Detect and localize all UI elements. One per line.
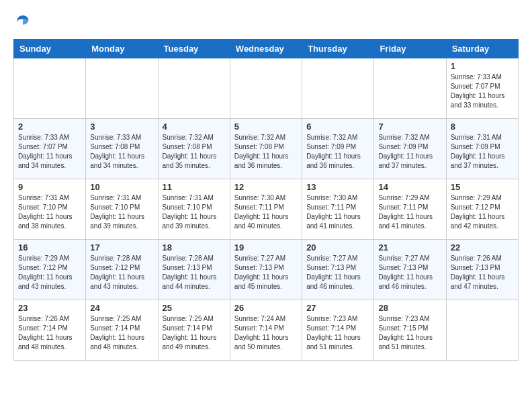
logo-icon xyxy=(15,13,31,30)
day-number: 23 xyxy=(18,303,81,313)
day-number: 2 xyxy=(18,122,81,132)
day-info: Sunrise: 7:33 AMSunset: 7:07 PMDaylight:… xyxy=(18,133,81,171)
calendar-cell: 7Sunrise: 7:32 AMSunset: 7:09 PMDaylight… xyxy=(374,119,446,179)
calendar-cell xyxy=(86,58,158,119)
calendar-week-row: 2Sunrise: 7:33 AMSunset: 7:07 PMDaylight… xyxy=(14,119,519,179)
weekday-header-saturday: Saturday xyxy=(446,40,518,58)
day-number: 7 xyxy=(378,122,441,132)
weekday-header-row: SundayMondayTuesdayWednesdayThursdayFrid… xyxy=(14,40,519,58)
day-number: 18 xyxy=(163,242,226,253)
calendar-cell: 2Sunrise: 7:33 AMSunset: 7:07 PMDaylight… xyxy=(14,119,86,179)
day-info: Sunrise: 7:31 AMSunset: 7:10 PMDaylight:… xyxy=(90,193,153,231)
calendar-cell: 6Sunrise: 7:32 AMSunset: 7:09 PMDaylight… xyxy=(302,119,374,179)
day-info: Sunrise: 7:33 AMSunset: 7:08 PMDaylight:… xyxy=(90,133,153,171)
day-info: Sunrise: 7:26 AMSunset: 7:13 PMDaylight:… xyxy=(451,254,514,291)
calendar-cell: 16Sunrise: 7:29 AMSunset: 7:12 PMDayligh… xyxy=(14,240,86,300)
day-number: 5 xyxy=(234,122,298,132)
calendar-cell: 3Sunrise: 7:33 AMSunset: 7:08 PMDaylight… xyxy=(86,119,158,179)
day-number: 6 xyxy=(306,122,369,132)
calendar-cell: 17Sunrise: 7:28 AMSunset: 7:12 PMDayligh… xyxy=(86,240,158,300)
logo xyxy=(13,13,31,32)
calendar-cell: 1Sunrise: 7:33 AMSunset: 7:07 PMDaylight… xyxy=(446,58,518,119)
calendar-cell: 22Sunrise: 7:26 AMSunset: 7:13 PMDayligh… xyxy=(446,240,518,300)
calendar-cell: 21Sunrise: 7:27 AMSunset: 7:13 PMDayligh… xyxy=(374,240,446,300)
day-info: Sunrise: 7:27 AMSunset: 7:13 PMDaylight:… xyxy=(378,254,441,291)
day-info: Sunrise: 7:28 AMSunset: 7:13 PMDaylight:… xyxy=(163,254,226,291)
day-number: 19 xyxy=(234,242,298,253)
calendar-cell: 25Sunrise: 7:25 AMSunset: 7:14 PMDayligh… xyxy=(158,300,230,361)
day-number: 22 xyxy=(451,242,514,253)
weekday-header-thursday: Thursday xyxy=(302,40,374,58)
calendar-table: SundayMondayTuesdayWednesdayThursdayFrid… xyxy=(13,39,519,361)
day-info: Sunrise: 7:27 AMSunset: 7:13 PMDaylight:… xyxy=(306,254,369,291)
weekday-header-friday: Friday xyxy=(374,40,446,58)
calendar-cell: 14Sunrise: 7:29 AMSunset: 7:11 PMDayligh… xyxy=(374,179,446,240)
day-number: 9 xyxy=(18,182,81,192)
day-number: 4 xyxy=(163,122,226,132)
day-info: Sunrise: 7:32 AMSunset: 7:09 PMDaylight:… xyxy=(378,133,441,171)
day-number: 13 xyxy=(306,182,369,192)
weekday-header-tuesday: Tuesday xyxy=(158,40,230,58)
calendar-cell: 18Sunrise: 7:28 AMSunset: 7:13 PMDayligh… xyxy=(158,240,230,300)
day-info: Sunrise: 7:32 AMSunset: 7:08 PMDaylight:… xyxy=(234,133,298,171)
calendar-cell: 11Sunrise: 7:31 AMSunset: 7:10 PMDayligh… xyxy=(158,179,230,240)
calendar-cell: 5Sunrise: 7:32 AMSunset: 7:08 PMDaylight… xyxy=(230,119,302,179)
calendar-cell: 24Sunrise: 7:25 AMSunset: 7:14 PMDayligh… xyxy=(86,300,158,361)
calendar-cell xyxy=(14,58,86,119)
calendar-cell: 13Sunrise: 7:30 AMSunset: 7:11 PMDayligh… xyxy=(302,179,374,240)
weekday-header-sunday: Sunday xyxy=(14,40,86,58)
calendar-cell: 10Sunrise: 7:31 AMSunset: 7:10 PMDayligh… xyxy=(86,179,158,240)
day-info: Sunrise: 7:32 AMSunset: 7:09 PMDaylight:… xyxy=(306,133,369,171)
calendar-week-row: 1Sunrise: 7:33 AMSunset: 7:07 PMDaylight… xyxy=(14,58,519,119)
calendar-week-row: 16Sunrise: 7:29 AMSunset: 7:12 PMDayligh… xyxy=(14,240,519,300)
day-info: Sunrise: 7:33 AMSunset: 7:07 PMDaylight:… xyxy=(451,73,514,110)
day-number: 27 xyxy=(306,303,369,313)
calendar-cell: 4Sunrise: 7:32 AMSunset: 7:08 PMDaylight… xyxy=(158,119,230,179)
weekday-header-wednesday: Wednesday xyxy=(230,40,302,58)
calendar-cell: 28Sunrise: 7:23 AMSunset: 7:15 PMDayligh… xyxy=(374,300,446,361)
day-number: 28 xyxy=(378,303,441,313)
calendar-cell: 23Sunrise: 7:26 AMSunset: 7:14 PMDayligh… xyxy=(14,300,86,361)
day-number: 3 xyxy=(90,122,153,132)
day-info: Sunrise: 7:30 AMSunset: 7:11 PMDaylight:… xyxy=(234,193,298,231)
calendar-cell: 9Sunrise: 7:31 AMSunset: 7:10 PMDaylight… xyxy=(14,179,86,240)
day-number: 26 xyxy=(234,303,298,313)
calendar-cell: 8Sunrise: 7:31 AMSunset: 7:09 PMDaylight… xyxy=(446,119,518,179)
day-info: Sunrise: 7:28 AMSunset: 7:12 PMDaylight:… xyxy=(90,254,153,291)
day-number: 1 xyxy=(451,61,514,71)
day-info: Sunrise: 7:31 AMSunset: 7:09 PMDaylight:… xyxy=(451,133,514,171)
weekday-header-monday: Monday xyxy=(86,40,158,58)
day-info: Sunrise: 7:23 AMSunset: 7:15 PMDaylight:… xyxy=(378,314,441,352)
day-number: 25 xyxy=(163,303,226,313)
day-info: Sunrise: 7:27 AMSunset: 7:13 PMDaylight:… xyxy=(234,254,298,291)
day-info: Sunrise: 7:29 AMSunset: 7:11 PMDaylight:… xyxy=(378,193,441,231)
day-number: 24 xyxy=(90,303,153,313)
day-number: 15 xyxy=(451,182,514,192)
day-info: Sunrise: 7:32 AMSunset: 7:08 PMDaylight:… xyxy=(163,133,226,171)
day-info: Sunrise: 7:25 AMSunset: 7:14 PMDaylight:… xyxy=(90,314,153,352)
calendar-week-row: 9Sunrise: 7:31 AMSunset: 7:10 PMDaylight… xyxy=(14,179,519,240)
day-number: 14 xyxy=(378,182,441,192)
calendar-cell: 27Sunrise: 7:23 AMSunset: 7:14 PMDayligh… xyxy=(302,300,374,361)
day-info: Sunrise: 7:26 AMSunset: 7:14 PMDaylight:… xyxy=(18,314,81,352)
day-number: 21 xyxy=(378,242,441,253)
calendar-cell: 20Sunrise: 7:27 AMSunset: 7:13 PMDayligh… xyxy=(302,240,374,300)
day-info: Sunrise: 7:25 AMSunset: 7:14 PMDaylight:… xyxy=(163,314,226,352)
calendar-cell: 26Sunrise: 7:24 AMSunset: 7:14 PMDayligh… xyxy=(230,300,302,361)
day-info: Sunrise: 7:24 AMSunset: 7:14 PMDaylight:… xyxy=(234,314,298,352)
calendar-cell: 15Sunrise: 7:29 AMSunset: 7:12 PMDayligh… xyxy=(446,179,518,240)
day-number: 17 xyxy=(90,242,153,253)
day-number: 11 xyxy=(163,182,226,192)
day-number: 10 xyxy=(90,182,153,192)
day-number: 12 xyxy=(234,182,298,192)
calendar-week-row: 23Sunrise: 7:26 AMSunset: 7:14 PMDayligh… xyxy=(14,300,519,361)
calendar-cell xyxy=(374,58,446,119)
calendar-cell xyxy=(158,58,230,119)
calendar-cell xyxy=(230,58,302,119)
day-info: Sunrise: 7:31 AMSunset: 7:10 PMDaylight:… xyxy=(163,193,226,231)
day-info: Sunrise: 7:30 AMSunset: 7:11 PMDaylight:… xyxy=(306,193,369,231)
day-number: 16 xyxy=(18,242,81,253)
day-info: Sunrise: 7:29 AMSunset: 7:12 PMDaylight:… xyxy=(18,254,81,291)
calendar-cell: 12Sunrise: 7:30 AMSunset: 7:11 PMDayligh… xyxy=(230,179,302,240)
calendar-cell xyxy=(446,300,518,361)
